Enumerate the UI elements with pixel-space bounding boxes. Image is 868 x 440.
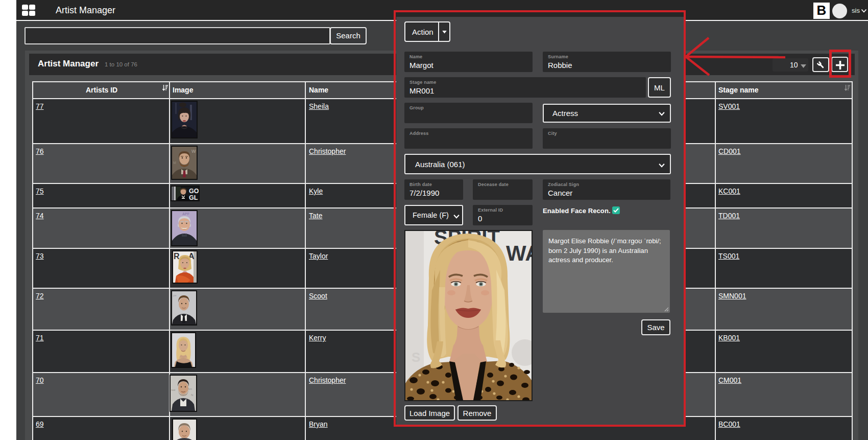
svg-text:N: N — [191, 393, 193, 397]
svg-text:R: R — [174, 252, 180, 261]
svg-text:APF: APF — [182, 212, 190, 216]
svg-text:pe: pe — [173, 294, 177, 297]
svg-text:W: W — [191, 149, 196, 154]
svg-text:reé: reé — [171, 388, 176, 391]
svg-text:GO: GO — [189, 188, 199, 195]
svg-text:M: M — [173, 161, 176, 165]
svg-text:GL: GL — [189, 194, 198, 200]
